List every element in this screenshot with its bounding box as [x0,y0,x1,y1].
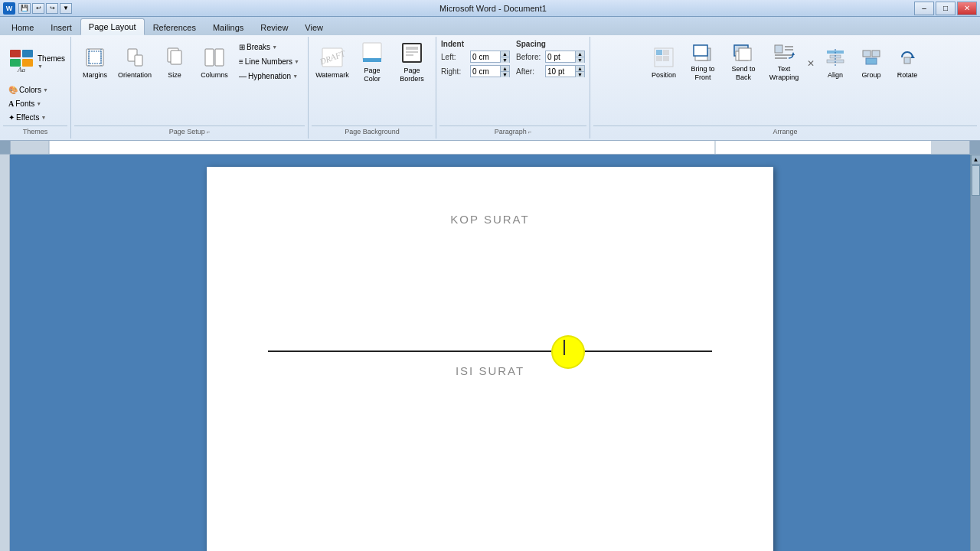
scroll-thumb[interactable] [972,165,980,196]
watermark-icon: DRAFT [320,45,345,70]
svg-text:Aa: Aa [17,66,25,73]
tab-references[interactable]: References [145,18,204,35]
spacing-after-input[interactable]: ▲ ▼ [545,65,585,77]
page-background-group-label: Page Background [312,126,433,137]
watermark-button[interactable]: DRAFT Watermark [313,40,351,84]
breaks-button[interactable]: ⊞ Breaks ▼ [235,40,303,54]
position-button[interactable]: Position [645,40,682,84]
document-scroll-area[interactable]: KOP SURAT ISI SURAT [10,155,970,551]
orientation-button[interactable]: Orientation [116,40,154,84]
paragraph-settings: Indent Left: ▲ ▼ Right: [441,40,585,78]
maximize-btn[interactable]: □ [936,2,956,15]
arrange-content: Position Bring toFront [644,38,926,126]
ruler-main [10,141,970,155]
size-button[interactable]: Size [155,40,194,84]
spacing-after-down[interactable]: ▼ [575,72,584,77]
redo-btn[interactable]: ↪ [46,3,58,14]
minimize-btn[interactable]: – [914,2,934,15]
spacing-after-value[interactable] [547,67,577,76]
page-borders-button[interactable]: Page Borders [393,40,431,84]
svg-marker-39 [792,52,795,55]
send-to-back-button[interactable]: Send toBack [724,40,763,84]
indent-right-up[interactable]: ▲ [500,66,509,72]
customize-btn[interactable]: ▼ [60,3,72,14]
document-page[interactable]: KOP SURAT ISI SURAT [207,167,773,551]
tab-insert[interactable]: Insert [42,18,80,35]
paragraph-expand[interactable]: ⌐ [528,129,532,135]
indent-right-spinners: ▲ ▼ [500,66,509,77]
fonts-button[interactable]: A Fonts ▼ [5,96,66,110]
indent-left-label: Left: [441,53,469,61]
spacing-after-spinners: ▲ ▼ [575,66,584,77]
indent-left-value[interactable] [472,53,501,61]
svg-rect-21 [406,51,418,53]
indent-right-value[interactable] [472,67,501,76]
indent-left-up[interactable]: ▲ [500,51,509,57]
spacing-before-input[interactable]: ▲ ▼ [545,51,585,63]
columns-icon [202,45,227,70]
text-wrapping-label: TextWrapping [769,65,799,82]
spacing-after-up[interactable]: ▲ [575,66,584,72]
svg-marker-47 [910,55,915,58]
group-button[interactable]: Group [854,40,889,84]
svg-rect-26 [656,56,662,61]
save-quick-btn[interactable]: 💾 [18,3,31,14]
svg-rect-44 [863,51,871,57]
align-button[interactable]: Align [818,40,853,84]
indent-left-down[interactable]: ▼ [500,57,509,63]
tab-review[interactable]: Review [252,18,296,35]
themes-label: Themes [38,54,65,64]
spacing-before-up[interactable]: ▲ [575,51,584,57]
themes-icon: Aa [8,47,34,75]
text-wrapping-button[interactable]: TextWrapping [764,40,804,84]
document-area: KOP SURAT ISI SURAT ▲ ▼ [0,155,980,551]
undo-btn[interactable]: ↩ [32,3,44,14]
scroll-track[interactable] [971,165,980,551]
indent-right-down[interactable]: ▼ [500,72,509,77]
hyphenation-button[interactable]: — Hyphenation ▼ [235,69,303,83]
close-arrange-button[interactable]: ✕ [805,56,817,71]
page-setup-expand[interactable]: ⌐ [207,129,211,135]
rotate-button[interactable]: Rotate [890,40,925,84]
send-to-back-icon [731,42,756,64]
paragraph-content: Indent Left: ▲ ▼ Right: [439,38,586,126]
spacing-before-down[interactable]: ▼ [575,57,584,63]
kop-surat-text: KOP SURAT [268,213,712,226]
themes-button[interactable]: Aa Themes ▼ [5,40,66,83]
margins-button[interactable]: Margins [76,40,114,84]
page-color-icon [360,41,384,65]
svg-rect-30 [694,45,707,56]
paragraph-group: Indent Left: ▲ ▼ Right: [436,37,590,139]
scroll-up-btn[interactable]: ▲ [971,155,980,165]
indent-left-input[interactable]: ▲ ▼ [470,51,510,63]
columns-button[interactable]: Columns [195,40,234,84]
hyphenation-icon: — [239,72,247,80]
indent-right-input[interactable]: ▲ ▼ [470,65,510,77]
size-icon [162,45,187,70]
spacing-before-value[interactable] [547,53,577,61]
fonts-arrow: ▼ [36,101,41,106]
svg-rect-48 [904,57,910,64]
bring-to-front-icon [691,42,715,64]
indent-title: Indent [441,40,510,48]
rotate-icon [895,45,920,70]
colors-button[interactable]: 🎨 Colors ▼ [5,83,66,96]
bring-to-front-button[interactable]: Bring toFront [683,40,723,84]
close-arrange-icon: ✕ [807,58,815,69]
app-icon: W [3,2,15,15]
line-numbers-button[interactable]: ≡ Line Numbers ▼ [235,54,303,68]
tab-mailings[interactable]: Mailings [204,18,252,35]
page-color-label: Page Color [355,67,389,83]
themes-group-content: Aa Themes ▼ 🎨 Colors ▼ A Fonts ▼ ✦ [3,38,67,126]
close-btn[interactable]: ✕ [957,2,977,15]
tab-page-layout[interactable]: Page Layout [80,18,145,35]
vertical-scrollbar[interactable]: ▲ ▼ [970,155,980,551]
page-color-button[interactable]: Page Color [353,40,391,84]
svg-rect-18 [363,58,381,62]
align-icon [823,45,848,70]
effects-button[interactable]: ✦ Effects ▼ [5,110,66,124]
tab-view[interactable]: View [296,18,332,35]
title-bar: W 💾 ↩ ↪ ▼ Microsoft Word - Document1 – □… [0,0,980,17]
svg-rect-22 [406,54,413,56]
tab-home[interactable]: Home [3,18,42,35]
